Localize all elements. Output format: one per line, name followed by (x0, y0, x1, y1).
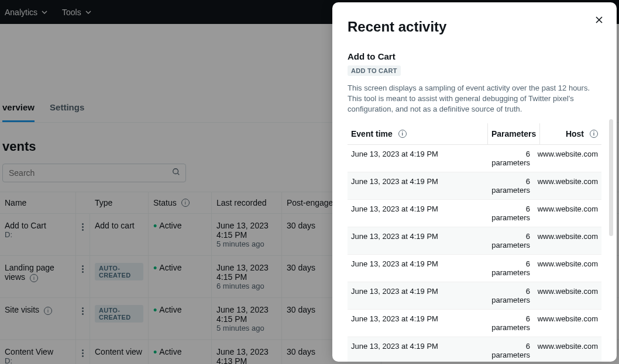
cell-time: June 13, 2023 at 4:19 PM (348, 145, 488, 172)
recent-activity-drawer: Recent activity Add to Cart ADD TO CART … (332, 2, 617, 362)
cell-host: www.website.com (534, 282, 601, 309)
drawer-event-code: ADD TO CART (348, 65, 401, 76)
activity-row[interactable]: June 13, 2023 at 4:19 PM6 parameterswww.… (348, 255, 601, 282)
drawer-rows: June 13, 2023 at 4:19 PM6 parameterswww.… (348, 145, 601, 362)
close-icon (594, 15, 604, 25)
activity-row[interactable]: June 13, 2023 at 4:19 PM6 parameterswww.… (348, 310, 601, 337)
dth-params[interactable]: Parameters (488, 123, 540, 144)
cell-time: June 13, 2023 at 4:19 PM (348, 200, 488, 227)
cell-host: www.website.com (534, 145, 601, 172)
cell-time: June 13, 2023 at 4:19 PM (348, 282, 488, 309)
drawer-title: Recent activity (348, 19, 601, 35)
close-button[interactable] (592, 13, 606, 29)
activity-row[interactable]: June 13, 2023 at 4:19 PM6 parameterswww.… (348, 337, 601, 362)
drawer-table-header: Event timei Parameters Hosti (348, 123, 601, 145)
cell-host: www.website.com (534, 227, 601, 254)
cell-time: June 13, 2023 at 4:19 PM (348, 172, 488, 199)
scrollbar-thumb[interactable] (609, 119, 613, 236)
cell-params: 6 parameters (488, 227, 534, 254)
cell-time: June 13, 2023 at 4:19 PM (348, 310, 488, 337)
dth-time[interactable]: Event timei (348, 123, 488, 144)
drawer-description: This screen displays a sampling of event… (348, 83, 601, 115)
cell-host: www.website.com (534, 255, 601, 282)
cell-time: June 13, 2023 at 4:19 PM (348, 337, 488, 362)
cell-params: 6 parameters (488, 310, 534, 337)
cell-params: 6 parameters (488, 255, 534, 282)
cell-params: 6 parameters (488, 200, 534, 227)
cell-params: 6 parameters (488, 145, 534, 172)
info-icon[interactable]: i (590, 130, 598, 138)
activity-row[interactable]: June 13, 2023 at 4:19 PM6 parameterswww.… (348, 145, 601, 172)
cell-host: www.website.com (534, 172, 601, 199)
activity-row[interactable]: June 13, 2023 at 4:19 PM6 parameterswww.… (348, 172, 601, 200)
drawer-event-name: Add to Cart (348, 51, 601, 61)
cell-params: 6 parameters (488, 282, 534, 309)
cell-time: June 13, 2023 at 4:19 PM (348, 255, 488, 282)
cell-host: www.website.com (534, 200, 601, 227)
activity-row[interactable]: June 13, 2023 at 4:19 PM6 parameterswww.… (348, 282, 601, 310)
activity-row[interactable]: June 13, 2023 at 4:19 PM6 parameterswww.… (348, 200, 601, 227)
cell-host: www.website.com (534, 337, 601, 362)
cell-host: www.website.com (534, 310, 601, 337)
cell-params: 6 parameters (488, 172, 534, 199)
cell-time: June 13, 2023 at 4:19 PM (348, 227, 488, 254)
cell-params: 6 parameters (488, 337, 534, 362)
activity-row[interactable]: June 13, 2023 at 4:19 PM6 parameterswww.… (348, 227, 601, 255)
info-icon[interactable]: i (398, 130, 407, 138)
dth-host[interactable]: Hosti (540, 123, 601, 144)
